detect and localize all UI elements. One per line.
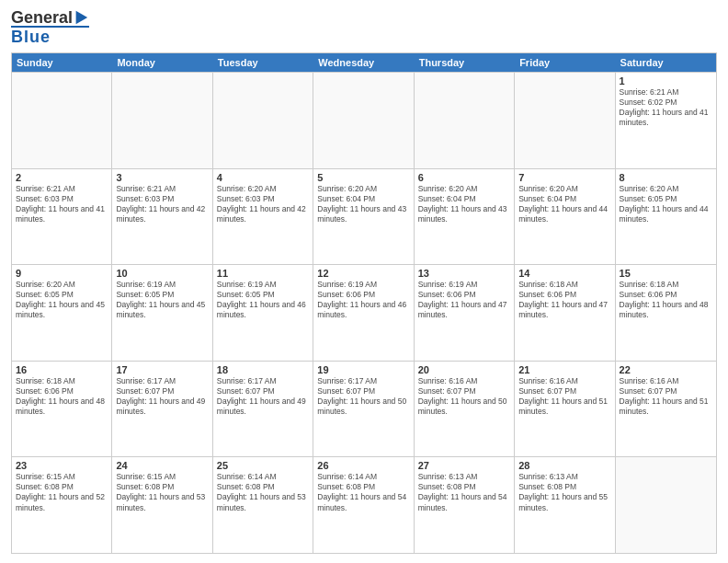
calendar-cell: 14Sunrise: 6:18 AM Sunset: 6:06 PM Dayli… <box>515 265 615 361</box>
day-number: 23 <box>16 460 108 471</box>
calendar-cell: 18Sunrise: 6:17 AM Sunset: 6:07 PM Dayli… <box>213 362 313 457</box>
day-info: Sunrise: 6:17 AM Sunset: 6:07 PM Dayligh… <box>116 376 208 417</box>
day-info: Sunrise: 6:20 AM Sunset: 6:05 PM Dayligh… <box>620 184 712 224</box>
weekday-header: Wednesday <box>313 53 414 72</box>
calendar-cell: 10Sunrise: 6:19 AM Sunset: 6:05 PM Dayli… <box>112 265 212 361</box>
calendar-cell: 11Sunrise: 6:19 AM Sunset: 6:05 PM Dayli… <box>213 265 313 361</box>
day-number: 19 <box>317 364 409 375</box>
day-info: Sunrise: 6:19 AM Sunset: 6:06 PM Dayligh… <box>418 280 510 320</box>
day-number: 14 <box>518 268 610 279</box>
day-info: Sunrise: 6:16 AM Sunset: 6:07 PM Dayligh… <box>620 376 712 417</box>
day-info: Sunrise: 6:13 AM Sunset: 6:08 PM Dayligh… <box>518 472 610 512</box>
day-info: Sunrise: 6:20 AM Sunset: 6:04 PM Dayligh… <box>317 184 409 224</box>
calendar-row: 23Sunrise: 6:15 AM Sunset: 6:08 PM Dayli… <box>12 456 716 553</box>
day-number: 18 <box>217 364 309 375</box>
day-number: 25 <box>217 460 309 471</box>
day-number: 27 <box>418 460 510 471</box>
day-number: 21 <box>518 364 610 375</box>
weekday-header: Friday <box>515 53 615 72</box>
calendar-cell: 3Sunrise: 6:21 AM Sunset: 6:03 PM Daylig… <box>112 169 212 265</box>
weekday-header: Sunday <box>12 53 112 72</box>
day-number: 16 <box>16 364 108 375</box>
day-number: 24 <box>116 460 208 471</box>
calendar-cell <box>112 73 212 168</box>
day-info: Sunrise: 6:15 AM Sunset: 6:08 PM Dayligh… <box>116 472 208 512</box>
day-info: Sunrise: 6:20 AM Sunset: 6:04 PM Dayligh… <box>418 184 510 224</box>
day-info: Sunrise: 6:19 AM Sunset: 6:05 PM Dayligh… <box>217 280 309 320</box>
calendar-row: 2Sunrise: 6:21 AM Sunset: 6:03 PM Daylig… <box>12 168 716 265</box>
day-info: Sunrise: 6:18 AM Sunset: 6:06 PM Dayligh… <box>620 280 712 320</box>
calendar-cell: 9Sunrise: 6:20 AM Sunset: 6:05 PM Daylig… <box>12 265 112 361</box>
day-info: Sunrise: 6:20 AM Sunset: 6:05 PM Dayligh… <box>16 280 108 320</box>
logo-wordmark: General Blue <box>11 9 89 47</box>
calendar-cell: 12Sunrise: 6:19 AM Sunset: 6:06 PM Dayli… <box>313 265 414 361</box>
day-number: 1 <box>620 75 712 86</box>
calendar-body: 1Sunrise: 6:21 AM Sunset: 6:02 PM Daylig… <box>12 72 716 553</box>
day-info: Sunrise: 6:21 AM Sunset: 6:03 PM Dayligh… <box>16 184 108 224</box>
day-info: Sunrise: 6:18 AM Sunset: 6:06 PM Dayligh… <box>518 280 610 320</box>
day-number: 22 <box>620 364 712 375</box>
calendar-cell: 24Sunrise: 6:15 AM Sunset: 6:08 PM Dayli… <box>112 457 212 553</box>
day-info: Sunrise: 6:19 AM Sunset: 6:05 PM Dayligh… <box>116 280 208 320</box>
calendar-cell <box>12 73 112 168</box>
day-info: Sunrise: 6:15 AM Sunset: 6:08 PM Dayligh… <box>16 472 108 512</box>
calendar-cell: 5Sunrise: 6:20 AM Sunset: 6:04 PM Daylig… <box>313 169 414 265</box>
calendar-cell: 26Sunrise: 6:14 AM Sunset: 6:08 PM Dayli… <box>313 457 414 553</box>
calendar-cell: 4Sunrise: 6:20 AM Sunset: 6:03 PM Daylig… <box>213 169 313 265</box>
calendar-cell <box>616 457 716 553</box>
calendar-cell: 22Sunrise: 6:16 AM Sunset: 6:07 PM Dayli… <box>616 362 716 457</box>
day-number: 8 <box>620 172 712 183</box>
header: General Blue <box>11 9 717 47</box>
day-number: 26 <box>317 460 409 471</box>
day-number: 3 <box>116 172 208 183</box>
calendar: SundayMondayTuesdayWednesdayThursdayFrid… <box>11 52 717 554</box>
calendar-cell: 7Sunrise: 6:20 AM Sunset: 6:04 PM Daylig… <box>515 169 615 265</box>
calendar-cell: 1Sunrise: 6:21 AM Sunset: 6:02 PM Daylig… <box>616 73 716 168</box>
page: General Blue SundayMondayTuesdayWednesda… <box>0 0 728 563</box>
day-number: 13 <box>418 268 510 279</box>
logo: General Blue <box>11 9 89 47</box>
calendar-cell: 21Sunrise: 6:16 AM Sunset: 6:07 PM Dayli… <box>515 362 615 457</box>
calendar-cell: 13Sunrise: 6:19 AM Sunset: 6:06 PM Dayli… <box>415 265 515 361</box>
day-info: Sunrise: 6:16 AM Sunset: 6:07 PM Dayligh… <box>518 376 610 417</box>
day-number: 6 <box>418 172 510 183</box>
day-number: 5 <box>317 172 409 183</box>
calendar-cell <box>313 73 414 168</box>
day-number: 15 <box>620 268 712 279</box>
calendar-cell <box>415 73 515 168</box>
calendar-row: 16Sunrise: 6:18 AM Sunset: 6:06 PM Dayli… <box>12 361 716 457</box>
weekday-header: Tuesday <box>213 53 313 72</box>
day-number: 11 <box>217 268 309 279</box>
logo-arrow-icon <box>73 9 89 26</box>
calendar-cell: 6Sunrise: 6:20 AM Sunset: 6:04 PM Daylig… <box>415 169 515 265</box>
day-number: 4 <box>217 172 309 183</box>
day-info: Sunrise: 6:13 AM Sunset: 6:08 PM Dayligh… <box>418 472 510 512</box>
day-info: Sunrise: 6:17 AM Sunset: 6:07 PM Dayligh… <box>217 376 309 417</box>
day-info: Sunrise: 6:21 AM Sunset: 6:02 PM Dayligh… <box>620 87 712 128</box>
day-info: Sunrise: 6:14 AM Sunset: 6:08 PM Dayligh… <box>317 472 409 512</box>
day-info: Sunrise: 6:20 AM Sunset: 6:03 PM Dayligh… <box>217 184 309 224</box>
day-number: 12 <box>317 268 409 279</box>
calendar-cell: 17Sunrise: 6:17 AM Sunset: 6:07 PM Dayli… <box>112 362 212 457</box>
calendar-cell: 20Sunrise: 6:16 AM Sunset: 6:07 PM Dayli… <box>415 362 515 457</box>
day-number: 9 <box>16 268 108 279</box>
day-info: Sunrise: 6:14 AM Sunset: 6:08 PM Dayligh… <box>217 472 309 512</box>
calendar-cell: 23Sunrise: 6:15 AM Sunset: 6:08 PM Dayli… <box>12 457 112 553</box>
day-info: Sunrise: 6:18 AM Sunset: 6:06 PM Dayligh… <box>16 376 108 417</box>
day-number: 20 <box>418 364 510 375</box>
logo-blue-text: Blue <box>11 28 51 46</box>
day-info: Sunrise: 6:21 AM Sunset: 6:03 PM Dayligh… <box>116 184 208 224</box>
day-number: 2 <box>16 172 108 183</box>
weekday-header: Monday <box>112 53 212 72</box>
calendar-row: 1Sunrise: 6:21 AM Sunset: 6:02 PM Daylig… <box>12 72 716 168</box>
calendar-cell: 15Sunrise: 6:18 AM Sunset: 6:06 PM Dayli… <box>616 265 716 361</box>
weekday-header: Saturday <box>616 53 716 72</box>
calendar-cell <box>515 73 615 168</box>
calendar-cell: 25Sunrise: 6:14 AM Sunset: 6:08 PM Dayli… <box>213 457 313 553</box>
calendar-cell <box>213 73 313 168</box>
calendar-header: SundayMondayTuesdayWednesdayThursdayFrid… <box>12 53 716 72</box>
calendar-cell: 2Sunrise: 6:21 AM Sunset: 6:03 PM Daylig… <box>12 169 112 265</box>
calendar-cell: 28Sunrise: 6:13 AM Sunset: 6:08 PM Dayli… <box>515 457 615 553</box>
day-info: Sunrise: 6:19 AM Sunset: 6:06 PM Dayligh… <box>317 280 409 320</box>
day-number: 17 <box>116 364 208 375</box>
